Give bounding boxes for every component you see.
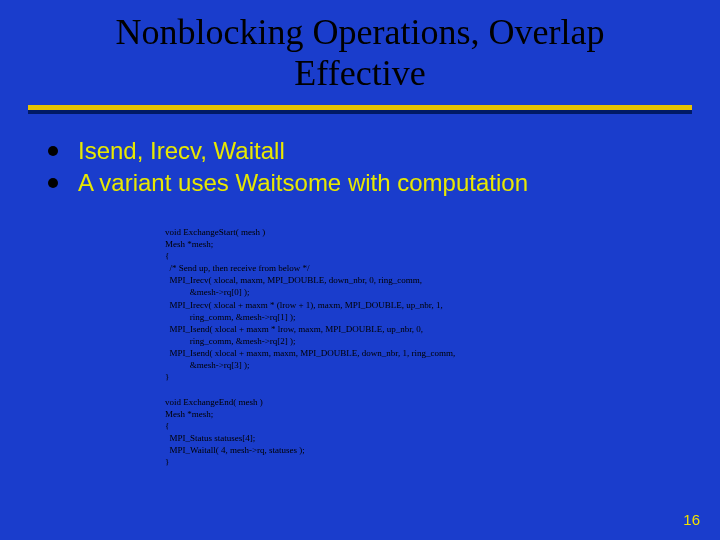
code-line: &mesh->rq[0] ); xyxy=(165,287,250,297)
code-line: Mesh *mesh; xyxy=(165,409,213,419)
page-number: 16 xyxy=(683,511,700,528)
code-line: } xyxy=(165,372,169,382)
bullet-text: A variant uses Waitsome with computation xyxy=(78,168,528,198)
slide-title: Nonblocking Operations, Overlap Effectiv… xyxy=(60,12,660,95)
code-line: } xyxy=(165,457,169,467)
bullet-text: Isend, Irecv, Waitall xyxy=(78,136,285,166)
code-line: /* Send up, then receive from below */ xyxy=(165,263,309,273)
code-snippet: void ExchangeStart( mesh ) Mesh *mesh; {… xyxy=(165,226,720,469)
code-line: { xyxy=(165,251,169,261)
code-line: MPI_Isend( xlocal + maxm * lrow, maxm, M… xyxy=(165,324,423,334)
code-line: ring_comm, &mesh->rq[1] ); xyxy=(165,312,296,322)
bullet-item: Isend, Irecv, Waitall xyxy=(48,136,672,166)
code-line: &mesh->rq[3] ); xyxy=(165,360,250,370)
code-line: { xyxy=(165,421,169,431)
title-divider xyxy=(28,105,692,114)
code-line: void ExchangeEnd( mesh ) xyxy=(165,397,263,407)
code-line: MPI_Irecv( xlocal, maxm, MPI_DOUBLE, dow… xyxy=(165,275,422,285)
code-line: void ExchangeStart( mesh ) xyxy=(165,227,265,237)
code-line: MPI_Status statuses[4]; xyxy=(165,433,255,443)
divider-navy xyxy=(28,110,692,114)
code-line: ring_comm, &mesh->rq[2] ); xyxy=(165,336,296,346)
title-block: Nonblocking Operations, Overlap Effectiv… xyxy=(0,0,720,101)
code-line: MPI_Waitall( 4, mesh->rq, statuses ); xyxy=(165,445,305,455)
code-line: Mesh *mesh; xyxy=(165,239,213,249)
bullet-list: Isend, Irecv, Waitall A variant uses Wai… xyxy=(48,136,672,198)
code-line: MPI_Irecv( xlocal + maxm * (lrow + 1), m… xyxy=(165,300,443,310)
bullet-item: A variant uses Waitsome with computation xyxy=(48,168,672,198)
bullet-dot-icon xyxy=(48,146,58,156)
bullet-dot-icon xyxy=(48,178,58,188)
code-line: MPI_Isend( xlocal + maxm, maxm, MPI_DOUB… xyxy=(165,348,455,358)
